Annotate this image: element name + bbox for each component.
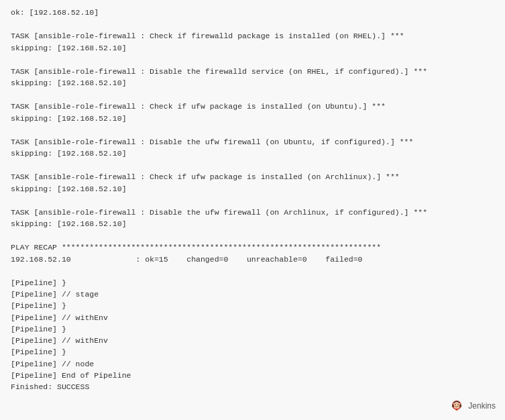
console-line: [Pipeline] // stage <box>11 288 494 300</box>
svg-point-5 <box>459 405 461 407</box>
svg-point-3 <box>458 404 459 405</box>
console-line <box>11 265 494 277</box>
console-line <box>11 229 494 242</box>
console-line: Finished: SUCCESS <box>11 381 494 392</box>
console-line: skipping: [192.168.52.10] <box>11 77 494 89</box>
console-line: [Pipeline] // withEnv <box>11 335 494 346</box>
console-line: skipping: [192.168.52.10] <box>11 42 494 54</box>
console-output: ok: [192.168.52.10]TASK [ansible-role-fi… <box>0 0 505 420</box>
console-line: skipping: [192.168.52.10] <box>11 183 494 195</box>
console-line: skipping: [192.168.52.10] <box>11 148 494 159</box>
svg-point-2 <box>455 404 456 405</box>
console-line <box>11 159 494 171</box>
console-line: TASK [ansible-role-firewall : Check if u… <box>11 101 494 112</box>
console-line: PLAY RECAP *****************************… <box>11 242 494 253</box>
console-line: skipping: [192.168.52.10] <box>11 113 494 124</box>
console-line: 192.168.52.10 : ok=15 changed=0 unreacha… <box>11 254 494 265</box>
console-line: [Pipeline] } <box>11 300 494 311</box>
console-lines-container: ok: [192.168.52.10]TASK [ansible-role-fi… <box>11 7 494 392</box>
jenkins-logo-icon <box>449 399 464 413</box>
console-line: [Pipeline] // node <box>11 358 494 370</box>
jenkins-branding: Jenkins <box>449 399 496 413</box>
console-line: [Pipeline] } <box>11 346 494 358</box>
console-line: [Pipeline] } <box>11 323 494 335</box>
console-line: TASK [ansible-role-firewall : Check if f… <box>11 30 494 42</box>
console-line <box>11 54 494 66</box>
console-line: ok: [192.168.52.10] <box>11 7 494 18</box>
console-line: skipping: [192.168.52.10] <box>11 218 494 229</box>
console-line: [Pipeline] // withEnv <box>11 312 494 323</box>
console-line <box>11 124 494 136</box>
console-line: [Pipeline] } <box>11 277 494 288</box>
console-line: TASK [ansible-role-firewall : Disable th… <box>11 136 494 148</box>
console-line: TASK [ansible-role-firewall : Disable th… <box>11 207 494 218</box>
svg-point-4 <box>452 405 454 407</box>
console-line <box>11 195 494 207</box>
jenkins-label: Jenkins <box>468 401 496 411</box>
console-line: [Pipeline] End of Pipeline <box>11 370 494 381</box>
console-line <box>11 89 494 101</box>
console-line: TASK [ansible-role-firewall : Check if u… <box>11 171 494 182</box>
console-line <box>11 18 494 30</box>
console-line: TASK [ansible-role-firewall : Disable th… <box>11 66 494 77</box>
